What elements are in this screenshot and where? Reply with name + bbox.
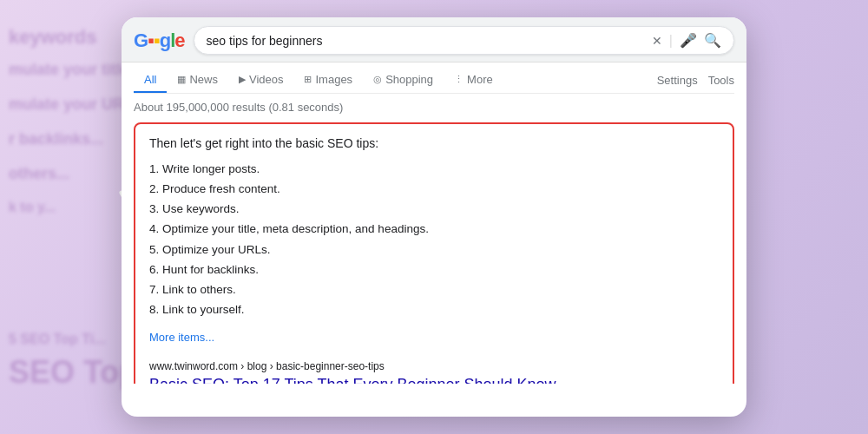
tab-news[interactable]: ▦ News [167, 68, 228, 93]
tools-link[interactable]: Tools [708, 74, 734, 87]
list-item: 4. Optimize your title, meta description… [149, 220, 719, 240]
search-bar-row: G▪▪gle seo tips for beginners ✕ | 🎤 🔍 [134, 26, 734, 55]
logo-e: e [174, 30, 184, 51]
tab-all-label: All [144, 73, 156, 86]
logo-g: G [134, 30, 148, 51]
bg-text-others: others... [9, 165, 69, 183]
news-icon: ▦ [177, 74, 186, 85]
search-input[interactable]: seo tips for beginners [207, 34, 645, 48]
logo-dot1: ▪ [148, 30, 154, 51]
tab-all[interactable]: All [134, 68, 167, 93]
snippet-list: 1. Write longer posts. 2. Produce fresh … [149, 159, 719, 320]
google-logo: G▪▪gle [134, 30, 185, 52]
results-area: All ▦ News ▶ Videos ⊞ Images ◎ Shopping … [122, 62, 746, 384]
bg-text-backlinks: r backlinks... [9, 130, 103, 148]
tab-news-label: News [189, 73, 218, 86]
list-item: 1. Write longer posts. [149, 159, 719, 179]
bg-text-seo-small: 5 SEO Top Ti... [9, 332, 105, 347]
results-count: About 195,000,000 results (0.81 seconds) [134, 101, 734, 114]
search-box[interactable]: seo tips for beginners ✕ | 🎤 🔍 [194, 26, 734, 55]
list-item: 6. Hunt for backlinks. [149, 260, 719, 279]
tab-shopping-label: Shopping [385, 73, 433, 86]
list-item: 5. Optimize your URLs. [149, 240, 719, 260]
logo-g2: g [160, 30, 170, 51]
list-item: 8. Link to yourself. [149, 300, 719, 320]
tab-shopping[interactable]: ◎ Shopping [363, 68, 444, 93]
featured-snippet: Then let's get right into the basic SEO … [134, 122, 734, 384]
tab-videos-label: Videos [249, 73, 284, 86]
images-icon: ⊞ [304, 74, 312, 85]
videos-icon: ▶ [239, 74, 246, 85]
tab-images[interactable]: ⊞ Images [293, 68, 363, 93]
list-item: 3. Use keywords. [149, 200, 719, 220]
search-icon[interactable]: 🔍 [704, 32, 721, 49]
clear-icon[interactable]: ✕ [652, 34, 662, 48]
tab-more-label: More [467, 73, 493, 86]
divider: | [669, 33, 673, 49]
search-icons: ✕ | 🎤 🔍 [652, 32, 721, 49]
more-items-link[interactable]: More items... [149, 331, 214, 344]
bg-text-keywords: keywords [9, 26, 97, 49]
snippet-intro: Then let's get right into the basic SEO … [149, 136, 719, 150]
snippet-source-title[interactable]: Basic SEO: Top 17 Tips That Every Beginn… [149, 376, 574, 384]
list-item: 7. Link to others. [149, 280, 719, 300]
tab-images-label: Images [315, 73, 352, 86]
logo-dot2: ▪ [154, 30, 160, 51]
microphone-icon[interactable]: 🎤 [680, 32, 697, 49]
bg-text-link: k to y... [9, 200, 56, 215]
list-item: 2. Produce fresh content. [149, 179, 719, 199]
browser-window: G▪▪gle seo tips for beginners ✕ | 🎤 🔍 Al… [122, 17, 746, 417]
tab-more[interactable]: ⋮ More [444, 68, 503, 93]
shopping-icon: ◎ [373, 74, 382, 85]
snippet-source: www.twinword.com › blog › basic-beginner… [149, 353, 719, 384]
more-icon: ⋮ [454, 74, 464, 85]
tab-videos[interactable]: ▶ Videos [228, 68, 294, 93]
settings-link[interactable]: Settings [657, 74, 698, 87]
settings-tools: Settings Tools [657, 74, 734, 87]
browser-chrome: G▪▪gle seo tips for beginners ✕ | 🎤 🔍 [122, 17, 746, 62]
search-tabs: All ▦ News ▶ Videos ⊞ Images ◎ Shopping … [134, 62, 734, 94]
snippet-source-url: www.twinword.com › blog › basic-beginner… [149, 360, 719, 372]
